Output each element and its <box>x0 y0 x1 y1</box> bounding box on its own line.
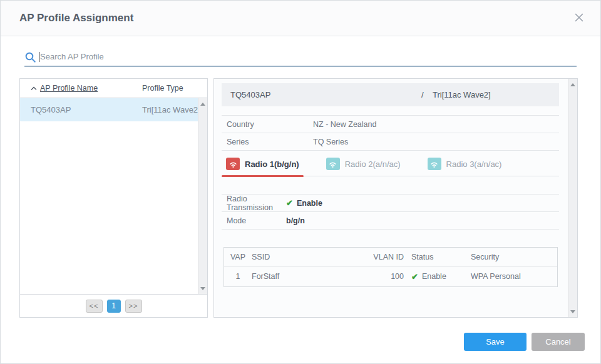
profile-list-header: AP Profile Name Profile Type <box>20 79 207 98</box>
radio-fields: Radio Transmission ✔ Enable Mode b/g/n <box>222 194 559 230</box>
profile-row-selected[interactable]: TQ5403AP Tri[11ac Wave2] <box>20 98 207 121</box>
vap-column-header: VAP <box>224 253 252 261</box>
wifi-icon <box>226 158 240 170</box>
pagination-next-button[interactable]: >> <box>125 300 142 313</box>
scroll-down-icon[interactable] <box>198 284 207 293</box>
search-bar <box>24 48 577 67</box>
status-column-header: Status <box>411 253 471 261</box>
column-header-ap-profile-name[interactable]: AP Profile Name <box>20 84 142 93</box>
vap-table-row: 1 ForStaff 100 ✔ Enable WPA Personal <box>224 266 557 286</box>
close-button[interactable] <box>573 12 585 24</box>
search-input[interactable] <box>39 52 577 63</box>
column-header-profile-type: Profile Type <box>142 84 183 93</box>
profile-list-body: TQ5403AP Tri[11ac Wave2] <box>20 98 207 294</box>
check-mark-icon: ✔ <box>411 272 418 281</box>
security-cell: WPA Personal <box>471 272 557 281</box>
detail-title-bar: TQ5403AP / Tri[11ac Wave2] <box>222 83 559 106</box>
tab-label: Radio 2(a/n/ac) <box>345 159 401 169</box>
series-label: Series <box>222 138 313 146</box>
tab-radio-3[interactable]: Radio 3(a/n/ac) <box>423 156 506 176</box>
column-label: AP Profile Name <box>40 84 98 93</box>
vlan-cell: 100 <box>347 272 404 281</box>
country-value: NZ - New Zealand <box>313 120 376 129</box>
radio-transmission-label: Radio Transmission <box>222 195 286 212</box>
tab-label: Radio 1(b/g/n) <box>245 159 299 169</box>
detail-profile-type: Tri[11ac Wave2] <box>433 90 491 99</box>
check-mark-icon: ✔ <box>286 198 293 208</box>
vap-cell: 1 <box>224 272 252 281</box>
mode-value: b/g/n <box>286 216 305 225</box>
ap-profile-assignment-dialog: AP Profile Assignment AP Profile Name Pr… <box>0 0 601 364</box>
wifi-icon <box>326 158 340 170</box>
save-button[interactable]: Save <box>464 333 527 351</box>
profile-type-cell: Tri[11ac Wave2] <box>142 105 200 114</box>
ssid-column-header: SSID <box>252 253 347 261</box>
detail-scrollbar[interactable] <box>568 79 577 317</box>
cancel-button[interactable]: Cancel <box>532 333 585 351</box>
search-icon <box>24 51 36 63</box>
dialog-title: AP Profile Assignment <box>19 12 133 24</box>
field-row-country: Country NZ - New Zealand <box>222 116 559 133</box>
scroll-up-icon[interactable] <box>198 99 207 108</box>
vap-table: VAP SSID VLAN ID Status Security 1 ForSt… <box>223 247 558 287</box>
sort-asc-icon <box>31 84 37 93</box>
profile-detail-panel: TQ5403AP / Tri[11ac Wave2] Country NZ - … <box>213 78 578 318</box>
ssid-cell: ForStaff <box>252 272 347 281</box>
status-cell: ✔ Enable <box>411 272 471 281</box>
security-column-header: Security <box>471 253 557 261</box>
wifi-icon <box>428 158 441 170</box>
dialog-header: AP Profile Assignment <box>1 1 600 36</box>
field-row-series: Series TQ Series <box>222 133 559 151</box>
scroll-down-icon[interactable] <box>568 307 577 316</box>
vap-table-header: VAP SSID VLAN ID Status Security <box>224 248 557 266</box>
tab-radio-2[interactable]: Radio 2(a/n/ac) <box>322 156 405 176</box>
pagination-prev-button[interactable]: << <box>86 300 103 313</box>
series-value: TQ Series <box>313 138 348 146</box>
radio-transmission-value: Enable <box>297 199 322 208</box>
general-fields: Country NZ - New Zealand Series TQ Serie… <box>222 115 559 151</box>
field-row-radio-transmission: Radio Transmission ✔ Enable <box>222 195 559 212</box>
status-text: Enable <box>422 272 446 281</box>
pagination-page-1-button[interactable]: 1 <box>107 300 121 313</box>
vlan-column-header: VLAN ID <box>347 253 404 261</box>
field-row-mode: Mode b/g/n <box>222 212 559 230</box>
radio-tabs: Radio 1(b/g/n) Radio 2(a/n/ac) Radio 3(a… <box>222 156 559 176</box>
profile-list-panel: AP Profile Name Profile Type TQ5403AP Tr… <box>19 78 208 318</box>
profile-detail-content: TQ5403AP / Tri[11ac Wave2] Country NZ - … <box>214 79 568 317</box>
detail-title-separator: / <box>421 90 424 99</box>
pagination: << 1 >> <box>20 294 207 317</box>
close-icon <box>574 13 584 24</box>
profile-name-cell: TQ5403AP <box>20 105 142 114</box>
detail-profile-name: TQ5403AP <box>230 90 270 99</box>
country-label: Country <box>222 120 313 129</box>
tab-radio-1[interactable]: Radio 1(b/g/n) <box>222 156 304 176</box>
mode-label: Mode <box>222 216 286 225</box>
scroll-up-icon[interactable] <box>568 80 577 89</box>
tab-label: Radio 3(a/n/ac) <box>446 159 502 169</box>
profile-list-scrollbar[interactable] <box>198 98 207 294</box>
